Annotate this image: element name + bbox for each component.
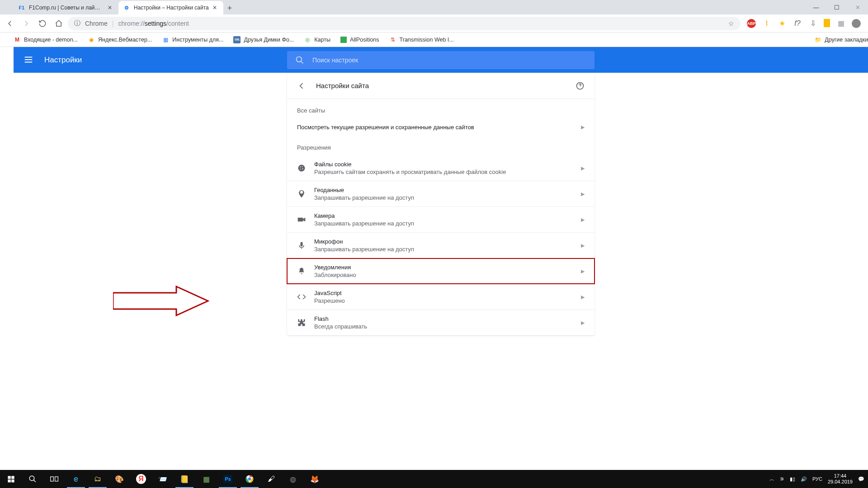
window-controls: — ☐ ✕ — [806, 0, 868, 14]
start-button[interactable] — [0, 470, 22, 488]
new-tab-button[interactable]: + — [223, 2, 236, 14]
other-bookmarks[interactable]: 📁Другие закладки — [814, 36, 868, 43]
settings-card-header: Настройки сайта — [287, 73, 594, 99]
notifications-icon[interactable]: 💬 — [858, 476, 864, 482]
taskview-button[interactable] — [43, 470, 65, 488]
star-icon[interactable]: ★ — [778, 19, 787, 28]
tab-title: Настройки – Настройки сайта — [134, 5, 209, 11]
taskbar-app-paint[interactable]: 🎨 — [108, 470, 130, 488]
bookmark-item[interactable]: ⇅Transmission Web I... — [389, 36, 454, 43]
wifi-icon[interactable]: ⚞ — [780, 476, 784, 482]
chevron-right-icon: ▶ — [581, 294, 585, 300]
svg-point-3 — [300, 166, 301, 167]
search-button[interactable] — [22, 470, 43, 488]
row-title: Посмотреть текущие разрешения и сохранен… — [297, 124, 581, 131]
volume-icon[interactable]: 🔊 — [801, 476, 807, 482]
download-icon[interactable]: ⇩ — [808, 19, 817, 28]
bookmark-item[interactable]: ▦Инструменты для... — [162, 36, 223, 43]
bookmark-ext-icon[interactable] — [824, 19, 830, 27]
tray-clock[interactable]: 17:44 29.04.2019 — [828, 473, 853, 485]
annotation-arrow — [113, 285, 212, 319]
bookmark-item[interactable]: VKДрузья Димки Фо... — [233, 36, 294, 43]
bookmark-item[interactable]: MВходящие - demon... — [14, 36, 78, 43]
rss-icon[interactable]: ⌇ — [762, 19, 771, 28]
settings-viewport: Настройки Настройки сайта Все сайты Посм… — [14, 47, 868, 470]
svg-point-2 — [298, 165, 305, 172]
row-title: Файлы cookie — [314, 161, 581, 168]
svg-rect-7 — [298, 218, 303, 221]
battery-icon[interactable]: ▮▯ — [790, 476, 795, 482]
chevron-right-icon: ▶ — [581, 124, 585, 130]
chevron-right-icon: ▶ — [581, 191, 585, 197]
bell-icon — [297, 267, 314, 276]
menu-icon[interactable] — [24, 55, 34, 66]
settings-search-input[interactable] — [312, 56, 586, 64]
help-icon[interactable] — [576, 81, 585, 90]
taskbar-app-notepad[interactable]: 📒 — [174, 470, 195, 488]
forward-button[interactable] — [19, 16, 33, 31]
permission-row-cookie[interactable]: Файлы cookieРазрешить сайтам сохранять и… — [287, 155, 594, 181]
bookmark-item[interactable]: ◎Карты — [304, 36, 330, 43]
omnibox[interactable]: ⓘ Chrome | chrome://settings/content ☆ — [68, 17, 741, 30]
page-title: Настройки сайта — [316, 82, 566, 89]
settings-search[interactable] — [287, 51, 594, 69]
svg-point-6 — [300, 169, 301, 170]
svg-marker-9 — [113, 286, 208, 315]
taskbar-app-explorer[interactable]: 🗂 — [87, 470, 108, 488]
close-icon[interactable]: ✕ — [212, 5, 219, 11]
taskbar-app[interactable]: ◍ — [282, 470, 304, 488]
taskbar-app-yandex[interactable]: Я — [130, 470, 152, 488]
taskbar-app[interactable]: 📨 — [152, 470, 174, 488]
permission-row-pin[interactable]: ГеоданныеЗапрашивать разрешение на досту… — [287, 181, 594, 206]
minimize-button[interactable]: — — [806, 0, 826, 14]
permission-row-puzzle[interactable]: FlashВсегда спрашивать▶ — [287, 310, 594, 335]
svg-rect-12 — [8, 479, 10, 482]
taskbar-app-edge[interactable]: e — [65, 470, 87, 488]
taskbar-app-firefox[interactable]: 🦊 — [304, 470, 326, 488]
close-icon[interactable]: ✕ — [108, 5, 114, 11]
permission-row-mic[interactable]: МикрофонЗапрашивать разрешение на доступ… — [287, 233, 594, 258]
bookmark-item[interactable]: AllPositions — [340, 37, 379, 43]
svg-rect-16 — [55, 477, 58, 481]
row-title: JavaScript — [314, 290, 581, 296]
bookmark-item[interactable]: ◉Яндекс.Вебмастер... — [88, 36, 152, 43]
taskbar-app[interactable]: 🖌 — [260, 470, 282, 488]
svg-point-18 — [248, 478, 251, 481]
chevron-right-icon: ▶ — [581, 217, 585, 223]
site-info-icon[interactable]: ⓘ — [74, 19, 80, 28]
svg-rect-10 — [8, 476, 10, 479]
taskbar-app-chrome[interactable] — [239, 470, 260, 488]
tray-time: 17:44 — [828, 473, 853, 479]
svg-point-0 — [297, 56, 302, 62]
tab-favicon: F1 — [18, 4, 25, 11]
grid-icon[interactable]: ▦ — [836, 19, 845, 28]
permission-row-camera[interactable]: КамераЗапрашивать разрешение на доступ▶ — [287, 207, 594, 232]
close-window-button[interactable]: ✕ — [847, 0, 868, 14]
bookmark-label: Входящие - demon... — [24, 37, 78, 43]
row-subtitle: Запрашивать разрешение на доступ — [314, 220, 581, 227]
abp-icon[interactable]: ABP — [747, 19, 756, 28]
row-subtitle: Разрешено — [314, 297, 581, 304]
bookmark-star-icon[interactable]: ☆ — [728, 20, 734, 27]
puzzle-icon — [297, 318, 314, 327]
settings-card: Настройки сайта Все сайты Посмотреть тек… — [287, 73, 594, 335]
question-icon[interactable]: f? — [793, 19, 802, 28]
reload-button[interactable] — [35, 16, 50, 31]
profile-avatar-icon[interactable] — [852, 19, 861, 28]
taskbar-app-photoshop[interactable]: Ps — [217, 470, 239, 488]
browser-tab[interactable]: ⚙ Настройки – Настройки сайта ✕ — [118, 1, 223, 14]
row-title: Геоданные — [314, 187, 581, 193]
row-view-all-sites[interactable]: Посмотреть текущие разрешения и сохранен… — [287, 118, 594, 136]
maximize-button[interactable]: ☐ — [826, 0, 847, 14]
back-button[interactable] — [3, 16, 17, 31]
home-button[interactable] — [52, 16, 66, 31]
permission-row-code[interactable]: JavaScriptРазрешено▶ — [287, 284, 594, 310]
svg-point-5 — [302, 169, 303, 169]
tray-chevron-icon[interactable]: ︿ — [769, 476, 774, 483]
browser-tab[interactable]: F1 F1Comp.ru | Советы и лайфхаки ✕ — [14, 1, 118, 14]
language-indicator[interactable]: РУС — [812, 476, 822, 482]
svg-rect-15 — [51, 477, 54, 481]
back-icon[interactable] — [297, 81, 306, 90]
permission-row-bell[interactable]: УведомленияЗаблокировано▶ — [287, 258, 594, 284]
taskbar-app[interactable]: ▦ — [195, 470, 217, 488]
